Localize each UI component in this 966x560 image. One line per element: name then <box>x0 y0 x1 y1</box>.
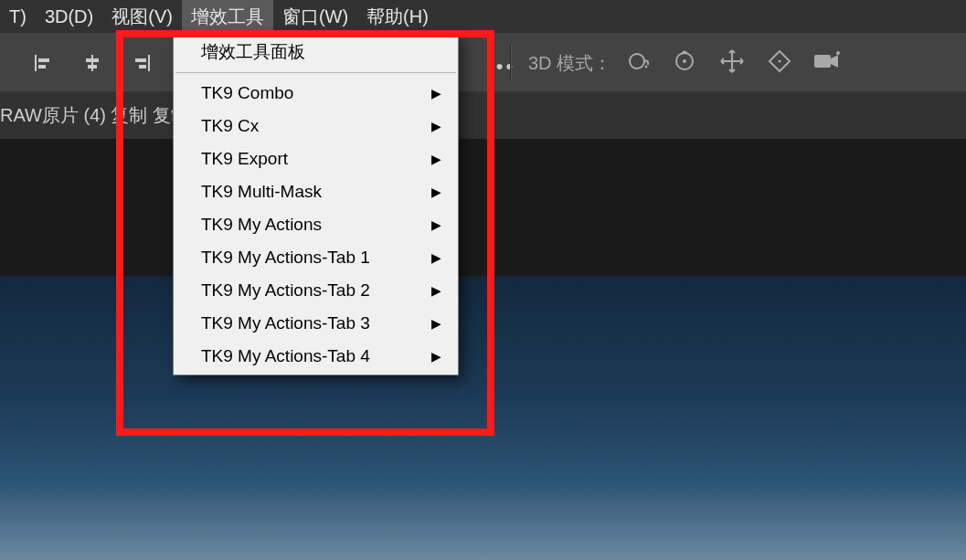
more-options-icon[interactable]: ••• <box>486 55 515 79</box>
toolbar-divider <box>510 44 511 80</box>
align-right-icon[interactable] <box>128 49 155 77</box>
svg-rect-8 <box>139 65 146 69</box>
canvas-image[interactable] <box>0 276 966 560</box>
scale-icon[interactable] <box>764 46 795 77</box>
mode-3d-icon-group <box>621 46 843 77</box>
svg-rect-2 <box>38 65 46 69</box>
menu-item-3d[interactable]: 3D(D) <box>36 0 102 33</box>
mode-3d-label: 3D 模式： <box>528 51 611 76</box>
dropdown-item-label: TK9 Multi-Mask <box>201 181 322 203</box>
svg-rect-16 <box>814 55 831 68</box>
dropdown-item-label: TK9 My Actions-Tab 4 <box>201 345 370 367</box>
submenu-arrow-icon: ▶ <box>431 115 441 137</box>
align-icon-group <box>29 49 155 77</box>
align-center-icon[interactable] <box>79 49 106 77</box>
align-left-icon[interactable] <box>29 49 57 77</box>
submenu-arrow-icon: ▶ <box>431 345 441 367</box>
dropdown-item-label: TK9 My Actions-Tab 2 <box>201 280 370 301</box>
submenu-arrow-icon: ▶ <box>431 148 441 170</box>
menu-item-help[interactable]: 帮助(H) <box>357 0 438 33</box>
submenu-arrow-icon: ▶ <box>431 247 441 269</box>
svg-rect-1 <box>38 58 49 62</box>
dropdown-item-tk9-myactions-tab3[interactable]: TK9 My Actions-Tab 3 ▶ <box>174 307 458 340</box>
canvas-pad-dark <box>0 139 966 276</box>
menu-item-view[interactable]: 视图(V) <box>102 0 182 33</box>
svg-point-17 <box>836 51 840 55</box>
dropdown-item-label: TK9 My Actions-Tab 1 <box>201 247 370 269</box>
pan-icon[interactable] <box>717 46 748 77</box>
dropdown-item-tk9-myactions-tab2[interactable]: TK9 My Actions-Tab 2 ▶ <box>174 274 458 307</box>
dropdown-item-tk9-myactions-tab1[interactable]: TK9 My Actions-Tab 1 ▶ <box>174 241 458 274</box>
svg-point-10 <box>645 66 648 69</box>
dropdown-separator <box>175 72 456 73</box>
dropdown-item-label: TK9 My Actions-Tab 3 <box>201 312 370 334</box>
submenu-arrow-icon: ▶ <box>431 181 441 203</box>
submenu-arrow-icon: ▶ <box>431 280 441 301</box>
dropdown-item-tk9-multimask[interactable]: TK9 Multi-Mask ▶ <box>174 175 458 208</box>
svg-point-12 <box>683 59 686 63</box>
submenu-arrow-icon: ▶ <box>431 214 441 236</box>
menu-item-plugins[interactable]: 增效工具 <box>182 0 273 33</box>
svg-rect-7 <box>135 58 146 62</box>
svg-point-9 <box>630 54 644 69</box>
menu-item-t[interactable]: T) <box>0 0 36 33</box>
svg-rect-5 <box>88 65 97 69</box>
svg-point-15 <box>779 60 781 63</box>
svg-rect-4 <box>86 58 99 62</box>
dropdown-item-label: TK9 Export <box>201 148 288 170</box>
dropdown-item-tk9-cx[interactable]: TK9 Cx ▶ <box>174 110 458 143</box>
document-tab[interactable]: RAW原片 (4) 复制 复制 <box>0 103 189 128</box>
dropdown-item-tk9-combo[interactable]: TK9 Combo ▶ <box>174 77 458 110</box>
submenu-arrow-icon: ▶ <box>431 82 441 104</box>
document-tab-row: RAW原片 (4) 复制 复制 <box>0 91 966 139</box>
dropdown-item-label: 增效工具面板 <box>201 41 305 63</box>
rotate-icon[interactable] <box>669 46 700 77</box>
dropdown-item-panel[interactable]: 增效工具面板 <box>174 36 458 69</box>
dropdown-item-tk9-export[interactable]: TK9 Export ▶ <box>174 143 458 175</box>
dropdown-item-label: TK9 Combo <box>201 82 293 104</box>
orbit-icon[interactable] <box>621 46 653 77</box>
submenu-arrow-icon: ▶ <box>431 312 441 334</box>
dropdown-item-label: TK9 Cx <box>201 115 259 137</box>
dropdown-item-label: TK9 My Actions <box>201 214 322 236</box>
menu-bar: T) 3D(D) 视图(V) 增效工具 窗口(W) 帮助(H) <box>0 0 966 33</box>
camera-icon[interactable] <box>812 46 843 77</box>
dropdown-item-tk9-myactions-tab4[interactable]: TK9 My Actions-Tab 4 ▶ <box>174 340 458 373</box>
dropdown-item-tk9-myactions[interactable]: TK9 My Actions ▶ <box>174 208 458 241</box>
options-bar: ••• 3D 模式： <box>0 33 966 91</box>
plugins-dropdown: 增效工具面板 TK9 Combo ▶ TK9 Cx ▶ TK9 Export ▶… <box>173 33 459 375</box>
menu-item-window[interactable]: 窗口(W) <box>273 0 357 33</box>
